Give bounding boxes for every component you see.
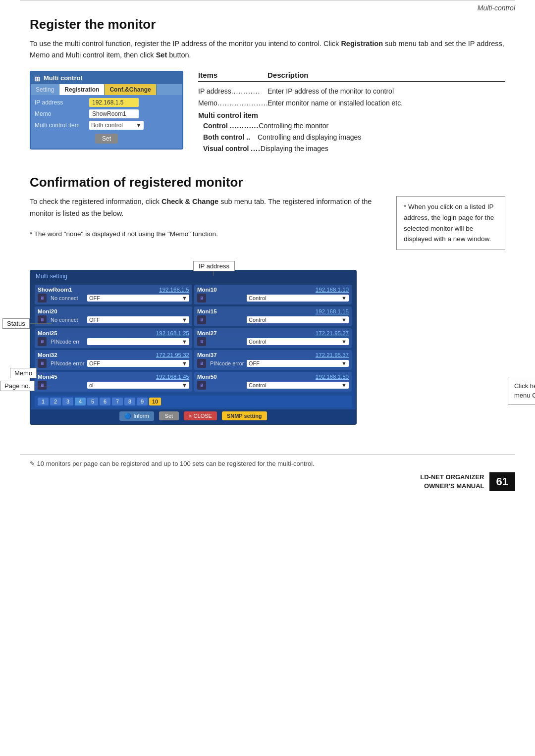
section1-title: Register the monitor <box>30 17 505 32</box>
items-row-memo: Memo..................... Enter monitor … <box>198 98 505 108</box>
big-panel-titlebar: Multi setting <box>31 271 356 282</box>
page-btn-7[interactable]: 7 <box>112 398 123 405</box>
page-btn-5[interactable]: 5 <box>87 398 98 405</box>
multi-control-select[interactable]: Both control ▼ <box>89 121 144 130</box>
confirmation-section: Confirmation of registered monitor To ch… <box>30 175 505 250</box>
tab-setting[interactable]: Setting <box>31 84 59 95</box>
monitor-arrow-moni27: ▼ <box>341 339 347 345</box>
monitor-value-moni32: OFF <box>89 360 100 366</box>
page-btn-6[interactable]: 6 <box>100 398 110 405</box>
big-panel-title: Multi setting <box>36 273 67 280</box>
section1-body: To use the multi control function, regis… <box>30 38 505 61</box>
footer-brand: LD-NET ORGANIZER OWNER'S MANUAL 61 <box>0 472 535 501</box>
monitor-name-moni25: Moni25 <box>38 330 57 336</box>
monitor-ip-moni50[interactable]: 192.168.1.50 <box>316 374 349 380</box>
monitor-ip-showroom1[interactable]: 192.168.1.5 <box>159 287 189 293</box>
monitor-value-moni10: Control <box>249 295 266 301</box>
monitor-card-moni20: Moni20 🖥 No connect OFF ▼ <box>35 306 192 326</box>
monitor-card-moni45: Moni45 192.168.1.45 🖥 ol ▼ <box>35 372 192 392</box>
tab-conf-change[interactable]: Conf.&Change <box>105 84 156 95</box>
inform-button[interactable]: 🔵 Inform <box>119 411 154 421</box>
close-button[interactable]: × CLOSE <box>184 411 217 420</box>
inform-label: Inform <box>133 413 149 419</box>
page-btn-8[interactable]: 8 <box>124 398 135 405</box>
label-pageno: Page no. <box>0 381 35 391</box>
tab-registration[interactable]: Registration <box>59 84 105 95</box>
label-ip-address: IP address <box>193 261 235 271</box>
monitor-select-moni25[interactable]: ▼ <box>87 338 189 345</box>
section1-body3-text: button. <box>169 51 191 59</box>
monitor-name-moni10: Moni10 <box>197 287 217 293</box>
monitor-icon-moni37: 🖥 <box>197 359 206 368</box>
set-button[interactable]: Set <box>95 134 118 144</box>
page-number-bar[interactable]: 1 2 3 4 5 6 7 8 9 10 <box>35 396 352 407</box>
brand-line2: OWNER'S MANUAL <box>420 482 484 491</box>
monitor-select-moni32[interactable]: OFF ▼ <box>87 360 189 367</box>
monitor-select-moni27[interactable]: Control ▼ <box>247 338 349 345</box>
memo-row: Memo ShowRoom1 <box>35 109 178 118</box>
monitor-icon-moni27: 🖥 <box>197 337 206 346</box>
page-category: Multi-control <box>478 4 515 12</box>
monitor-icon-moni15: 🖥 <box>197 315 206 324</box>
monitor-select-moni50[interactable]: Control ▼ <box>247 382 349 389</box>
items-desc-memo: Enter monitor name or installed location… <box>268 98 505 108</box>
monitor-select-moni15[interactable]: Control ▼ <box>247 316 349 323</box>
page-btn-9[interactable]: 9 <box>137 398 148 405</box>
panel-tabs[interactable]: Setting Registration Conf.&Change <box>31 84 182 95</box>
monitor-name-moni27: Moni27 <box>197 330 217 336</box>
monitor-card-moni50: Moni50 192.168.1.50 🖥 Control ▼ <box>194 372 352 392</box>
sub-val-control: Controlling the monitor <box>259 121 505 131</box>
set-button-panel[interactable]: Set <box>159 411 179 420</box>
monitor-arrow-moni37: ▼ <box>341 360 347 366</box>
monitor-ip-moni32[interactable]: 172.21.95.32 <box>156 352 189 358</box>
monitor-icon-moni10: 🖥 <box>197 294 206 302</box>
panel-title: Multi control <box>44 74 82 82</box>
monitor-value-moni50: Control <box>249 382 266 388</box>
monitor-select-showroom1[interactable]: OFF ▼ <box>87 295 189 302</box>
monitor-ip-moni45[interactable]: 192.168.1.45 <box>156 374 189 380</box>
monitor-select-moni45[interactable]: ol ▼ <box>87 382 189 389</box>
monitor-select-moni20[interactable]: OFF ▼ <box>87 316 189 323</box>
footer-rule: ✎ 10 monitors per page can be registered… <box>20 454 515 467</box>
monitor-ip-moni37[interactable]: 172.21.95.37 <box>316 352 349 358</box>
sub-val-both: Controlling and displaying images <box>258 132 505 143</box>
inform-icon: 🔵 <box>124 413 131 419</box>
note-box: * When you click on a listed IP address,… <box>396 196 505 250</box>
label-status: Status <box>2 318 30 329</box>
monitor-name-moni50: Moni50 <box>197 374 217 380</box>
monitor-card-moni25: Moni25 192.168.1.25 🖥 PINcode err ▼ <box>35 328 192 348</box>
ip-address-value: 192.168.1.5 <box>89 98 139 107</box>
monitor-select-moni37[interactable]: OFF ▼ <box>247 360 349 367</box>
items-sub-control: Control ............ Controlling the mon… <box>198 121 505 131</box>
top-rule: Multi-control <box>20 0 515 12</box>
monitor-select-moni10[interactable]: Control ▼ <box>247 295 349 302</box>
monitor-ip-moni15[interactable]: 192.168.1.15 <box>316 308 349 314</box>
page-btn-10[interactable]: 10 <box>149 398 161 405</box>
items-key-memo: Memo..................... <box>198 98 268 108</box>
multi-control-item-heading: Multi control item <box>198 111 505 119</box>
multi-control-label: Multi control item <box>35 122 89 129</box>
monitor-icon-moni25: 🖥 <box>38 337 47 346</box>
monitor-ip-moni25[interactable]: 192.168.1.25 <box>156 330 189 336</box>
page-btn-4[interactable]: 4 <box>75 398 86 405</box>
page-btn-2[interactable]: 2 <box>50 398 61 405</box>
snmp-button[interactable]: SNMP setting <box>222 411 267 420</box>
memo-value: ShowRoom1 <box>89 109 139 118</box>
page-btn-1[interactable]: 1 <box>38 398 49 405</box>
panel-body: IP address 192.168.1.5 Memo ShowRoom1 Mu… <box>31 95 182 149</box>
monitor-ip-moni27[interactable]: 172.21.95.27 <box>316 330 349 336</box>
items-sub-visual: Visual control .... Displaying the image… <box>198 144 505 154</box>
monitor-ip-moni10[interactable]: 192.168.1.10 <box>316 287 349 293</box>
section2-body: To check the registered information, cli… <box>30 196 386 219</box>
monitor-name-moni15: Moni15 <box>197 308 217 314</box>
monitor-card-moni27: Moni27 172.21.95.27 🖥 Control ▼ <box>194 328 352 348</box>
section1-body-text: To use the multi control function, regis… <box>30 40 339 48</box>
section1-bold1: Registration <box>341 40 383 48</box>
sub-key-visual: Visual control .... <box>203 144 261 154</box>
page-btn-3[interactable]: 3 <box>62 398 73 405</box>
monitor-card-moni37: Moni37 172.21.95.37 🖥 PINcode error OFF … <box>194 350 352 370</box>
header-items: Items <box>198 71 268 79</box>
page: Multi-control Register the monitor To us… <box>0 0 535 756</box>
close-callout: Click here to close the sub menu Check &… <box>508 377 535 405</box>
ip-address-row: IP address 192.168.1.5 <box>35 98 178 107</box>
